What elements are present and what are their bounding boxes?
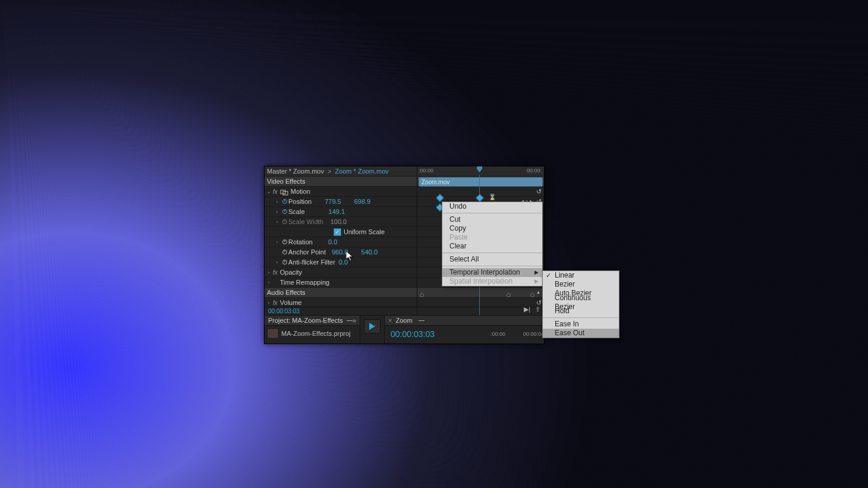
sequence-clip-label[interactable]: Zoom * Zoom.mov: [335, 168, 388, 175]
stopwatch-icon[interactable]: [281, 198, 288, 205]
stopwatch-marker-icon: ⌛: [489, 194, 496, 200]
project-tab[interactable]: Project: MA-Zoom-Effects »: [265, 316, 360, 326]
header-separator: >: [328, 168, 331, 175]
close-icon[interactable]: ×: [388, 317, 392, 324]
playhead-icon[interactable]: [477, 166, 482, 172]
svg-marker-15: [369, 323, 375, 330]
menu-copy[interactable]: Copy: [442, 224, 542, 233]
menu-ease-out[interactable]: Ease Out: [543, 329, 619, 338]
menu-clear[interactable]: Clear: [442, 242, 542, 251]
stopwatch-icon[interactable]: [281, 238, 288, 245]
expand-toggle-icon[interactable]: ›: [273, 199, 281, 204]
menu-temporal-interpolation[interactable]: Temporal Interpolation▶: [442, 268, 542, 277]
menu-separator: [442, 253, 542, 253]
rotation-label: Rotation: [288, 238, 313, 245]
menu-undo[interactable]: Undo: [442, 202, 542, 211]
menu-paste: Paste: [442, 233, 542, 242]
panel-menu-icon[interactable]: [419, 320, 424, 321]
menu-separator: [442, 266, 542, 266]
ruler-tick-1: 00:00:04: [523, 331, 544, 337]
stopwatch-icon[interactable]: [281, 259, 288, 266]
expand-toggle-icon[interactable]: ›: [265, 270, 273, 275]
position-label: Position: [288, 198, 312, 205]
scale-width-label: Scale Width: [288, 218, 323, 225]
rotation-value[interactable]: 0.0: [328, 238, 337, 245]
sequence-tab-label: Zoom: [395, 317, 412, 324]
submenu-arrow-icon: ▶: [534, 277, 539, 286]
menu-linear[interactable]: ✓Linear: [543, 271, 619, 280]
check-icon: ✓: [546, 271, 551, 280]
context-menu: Undo Cut Copy Paste Clear Select All Tem…: [442, 202, 543, 286]
play-icon: [369, 323, 375, 330]
fx-badge-icon[interactable]: fx: [273, 188, 278, 195]
stopwatch-icon[interactable]: [281, 208, 288, 215]
expand-toggle-icon[interactable]: ›: [273, 209, 281, 215]
project-panel: Project: MA-Zoom-Effects » MA-Zoom-Effec…: [265, 316, 360, 344]
clip-bar[interactable]: Zoom.mov: [419, 177, 543, 187]
anchor-y-value[interactable]: 540.0: [361, 248, 378, 256]
time-remapping-label: Time Remapping: [280, 279, 329, 286]
bottom-strip: Project: MA-Zoom-Effects » MA-Zoom-Effec…: [265, 315, 544, 344]
position-x-value[interactable]: 779.5: [325, 198, 341, 205]
play-control: [360, 316, 385, 344]
project-tab-label: Project: MA-Zoom-Effects: [268, 317, 343, 324]
checkbox-checked-icon[interactable]: ✓: [334, 228, 341, 236]
expand-toggle-icon[interactable]: ›: [273, 219, 281, 225]
clip-name: Zoom.mov: [422, 179, 449, 185]
menu-separator: [543, 317, 619, 318]
project-file-row[interactable]: MA-Zoom-Effects.prproj: [265, 326, 360, 341]
expand-toggle-icon[interactable]: ›: [273, 240, 281, 245]
fx-badge-icon[interactable]: fx: [273, 269, 278, 276]
keyframe-dot-icon[interactable]: [530, 293, 534, 297]
play-button[interactable]: [364, 319, 380, 333]
chevron-double-icon[interactable]: »: [353, 317, 356, 324]
svg-marker-14: [477, 166, 482, 172]
keyframe-dot-icon[interactable]: [507, 293, 511, 297]
fx-badge-icon[interactable]: fx: [273, 300, 278, 306]
project-file-icon: [268, 329, 278, 338]
menu-separator: [442, 213, 542, 213]
submenu-arrow-icon: ▶: [534, 268, 539, 277]
sequence-ruler: :00:00 00:00:04: [490, 325, 544, 343]
menu-spatial-interpolation: Spatial Interpolation▶: [442, 277, 542, 286]
stopwatch-icon: [281, 218, 288, 225]
expand-toggle-icon[interactable]: ›: [273, 260, 281, 265]
anchor-x-value[interactable]: 960.0: [332, 248, 348, 256]
ruler-tick-1: 00:00:: [527, 168, 542, 174]
menu-cut[interactable]: Cut: [442, 215, 542, 224]
anchor-point-label: Anchor Point: [288, 248, 326, 256]
master-clip-label[interactable]: Master * Zoom.mov: [267, 168, 324, 175]
expand-toggle-icon[interactable]: ⌄: [265, 189, 273, 194]
anti-flicker-value[interactable]: 0.0: [339, 259, 348, 266]
uniform-scale-label: Uniform Scale: [344, 228, 385, 235]
sequence-panel: × Zoom 00:00:03:03 :00:00 00:00:04: [385, 316, 544, 344]
opacity-label: Opacity: [280, 269, 302, 276]
scale-value[interactable]: 149.1: [329, 208, 345, 215]
menu-bezier[interactable]: Bezier: [543, 280, 619, 289]
motion-icon: [280, 188, 288, 194]
keyframe-icon[interactable]: [476, 194, 484, 202]
volume-label: Volume: [280, 299, 302, 306]
keyframe-dot-icon[interactable]: [420, 293, 424, 297]
menu-hold[interactable]: Hold: [543, 307, 619, 316]
menu-continuous-bezier[interactable]: Continuous Bezier: [543, 298, 619, 307]
menu-ease-in[interactable]: Ease In: [543, 320, 619, 329]
scale-width-value: 100.0: [331, 218, 347, 225]
video-effects-label: Video Effects: [267, 177, 305, 186]
project-file-label: MA-Zoom-Effects.prproj: [281, 330, 351, 337]
interpolation-submenu: ✓Linear Bezier Auto Bezier Continuous Be…: [542, 270, 619, 338]
motion-label: Motion: [291, 188, 310, 195]
stopwatch-icon[interactable]: [281, 248, 288, 256]
scale-label: Scale: [288, 208, 305, 215]
sequence-tab[interactable]: × Zoom: [385, 316, 544, 326]
ruler-tick-0: :00:00: [490, 331, 505, 337]
audio-effects-label: Audio Effects: [267, 288, 306, 297]
expand-toggle-icon[interactable]: ›: [265, 280, 273, 285]
ruler-tick-0: :00:00: [419, 168, 433, 174]
keyframe-icon[interactable]: [436, 194, 444, 202]
panel-menu-icon[interactable]: [347, 320, 353, 321]
expand-toggle-icon[interactable]: ›: [265, 300, 273, 306]
position-y-value[interactable]: 698.9: [354, 198, 371, 205]
timeline-ruler[interactable]: :00:00 00:00:: [417, 166, 544, 177]
menu-select-all[interactable]: Select All: [442, 255, 542, 264]
